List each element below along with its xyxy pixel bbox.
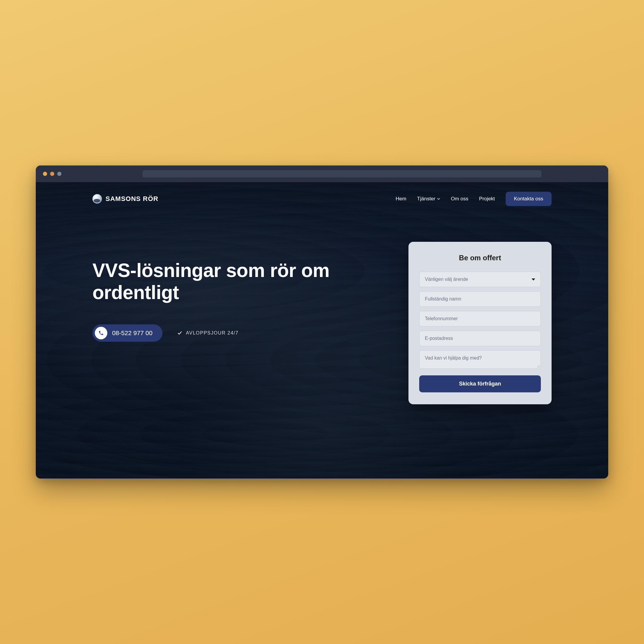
browser-window: SAMSONS RÖR Hem Tjänster Om oss Projekt — [36, 165, 608, 479]
hero-copy: VVS-lösningar som rör om ordentligt 08-5… — [92, 242, 385, 404]
select-placeholder: Vänligen välj ärende — [425, 277, 468, 282]
cta-label: Kontakta oss — [514, 196, 543, 202]
nav-link-projekt[interactable]: Projekt — [479, 196, 495, 202]
chevron-down-icon — [437, 197, 440, 200]
email-input[interactable]: E-postadress — [419, 331, 541, 346]
form-title: Be om offert — [419, 254, 541, 262]
nav-label: Tjänster — [417, 196, 435, 202]
logo-sphere-icon — [92, 194, 102, 204]
message-textarea[interactable]: Vad kan vi hjälpa dig med? — [419, 350, 541, 369]
availability-badge: AVLOPPSJOUR 24/7 — [177, 330, 239, 336]
submit-label: Skicka förfrågan — [459, 381, 501, 387]
brand-logo[interactable]: SAMSONS RÖR — [92, 194, 158, 204]
quote-form: Be om offert Vänligen välj ärende Fullst… — [408, 242, 552, 404]
page-content: SAMSONS RÖR Hem Tjänster Om oss Projekt — [36, 182, 608, 479]
caret-down-icon — [532, 278, 535, 281]
window-controls — [43, 172, 61, 176]
nav-link-hem[interactable]: Hem — [396, 196, 406, 202]
name-placeholder: Fullständig namn — [425, 296, 461, 302]
resize-handle-icon — [536, 364, 540, 368]
phone-icon — [95, 327, 107, 339]
minimize-window-icon[interactable] — [50, 172, 54, 176]
maximize-window-icon[interactable] — [57, 172, 61, 176]
nav-link-tjanster[interactable]: Tjänster — [417, 196, 440, 202]
hero-title: VVS-lösningar som rör om ordentligt — [92, 260, 385, 304]
message-placeholder: Vad kan vi hjälpa dig med? — [425, 355, 482, 361]
check-icon — [177, 331, 182, 335]
subject-select[interactable]: Vänligen välj ärende — [419, 272, 541, 287]
phone-button[interactable]: 08-522 977 00 — [92, 324, 162, 342]
phone-number: 08-522 977 00 — [112, 329, 152, 337]
nav-links: Hem Tjänster Om oss Projekt Kontakta oss — [396, 192, 552, 206]
browser-titlebar — [36, 165, 608, 182]
hero-actions: 08-522 977 00 AVLOPPSJOUR 24/7 — [92, 324, 385, 342]
nav-link-om-oss[interactable]: Om oss — [451, 196, 468, 202]
url-bar[interactable] — [143, 170, 541, 177]
contact-button[interactable]: Kontakta oss — [506, 192, 552, 206]
submit-button[interactable]: Skicka förfrågan — [419, 375, 541, 392]
name-input[interactable]: Fullständig namn — [419, 291, 541, 307]
nav-label: Projekt — [479, 196, 495, 202]
availability-text: AVLOPPSJOUR 24/7 — [186, 330, 239, 336]
brand-name: SAMSONS RÖR — [106, 195, 158, 203]
close-window-icon[interactable] — [43, 172, 47, 176]
main-nav: SAMSONS RÖR Hem Tjänster Om oss Projekt — [36, 182, 608, 206]
hero-section: VVS-lösningar som rör om ordentligt 08-5… — [36, 206, 608, 404]
email-placeholder: E-postadress — [425, 336, 453, 341]
nav-label: Om oss — [451, 196, 468, 202]
phone-placeholder: Telefonnummer — [425, 316, 458, 321]
nav-label: Hem — [396, 196, 406, 202]
phone-input[interactable]: Telefonnummer — [419, 311, 541, 326]
